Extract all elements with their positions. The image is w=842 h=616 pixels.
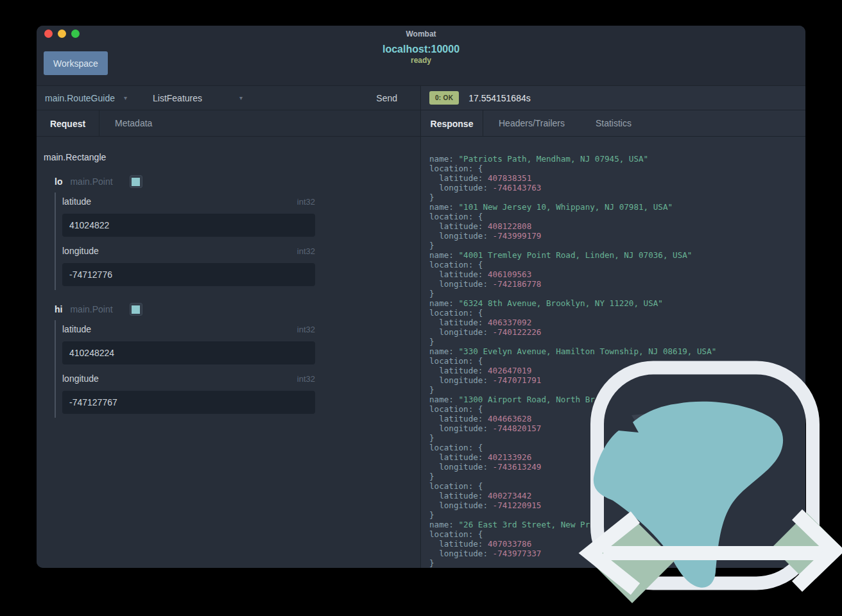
subfield-label-row: latitude int32 bbox=[62, 324, 315, 334]
subfield-label-row: latitude int32 bbox=[62, 196, 315, 207]
send-button[interactable]: Send bbox=[376, 93, 397, 103]
message-type-label: main.Rectangle bbox=[44, 152, 420, 162]
traffic-lights bbox=[44, 30, 80, 38]
subfield-label-row: longitude int32 bbox=[62, 246, 315, 256]
close-window-button[interactable] bbox=[44, 30, 53, 38]
server-status: ready bbox=[37, 56, 805, 65]
field-enabled-checkbox[interactable] bbox=[130, 175, 142, 188]
request-column: main.RouteGuide ▾ ListFeatures ▾ Send Re… bbox=[37, 86, 420, 568]
tab-statistics[interactable]: Statistics bbox=[580, 110, 647, 136]
subfield-name: longitude bbox=[62, 246, 99, 256]
field-group-hi: latitude int32 longitude int32 bbox=[55, 320, 420, 418]
subfield-label-row: longitude int32 bbox=[62, 373, 315, 384]
status-badge: 0: OK bbox=[429, 91, 459, 105]
checkbox-fill bbox=[132, 305, 140, 314]
request-form: main.Rectangle lo main.Point latitude in… bbox=[37, 137, 420, 568]
subfield-type: int32 bbox=[297, 374, 315, 384]
method-selector[interactable]: ListFeatures bbox=[153, 93, 202, 103]
server-info: localhost:10000 ready bbox=[37, 42, 805, 65]
minimize-window-button[interactable] bbox=[58, 30, 66, 38]
field-name: lo bbox=[55, 176, 62, 187]
response-toolbar: 0: OK 17.554151684s bbox=[421, 86, 805, 110]
hi-latitude-input[interactable] bbox=[62, 341, 315, 364]
tab-response[interactable]: Response bbox=[421, 110, 483, 137]
app-window: Wombat Workspace localhost:10000 ready m… bbox=[37, 26, 805, 568]
field-group-lo: latitude int32 longitude int32 bbox=[55, 193, 420, 290]
server-address: localhost:10000 bbox=[37, 42, 805, 56]
subfield-type: int32 bbox=[297, 246, 315, 256]
subfield-type: int32 bbox=[297, 325, 315, 334]
duration-label: 17.554151684s bbox=[468, 93, 531, 103]
request-toolbar: main.RouteGuide ▾ ListFeatures ▾ Send bbox=[37, 86, 420, 110]
field-row-lo: lo main.Point bbox=[55, 175, 420, 188]
hi-longitude-input[interactable] bbox=[62, 391, 315, 414]
field-enabled-checkbox[interactable] bbox=[130, 303, 142, 316]
header-bar: Workspace localhost:10000 ready bbox=[37, 41, 805, 85]
lo-latitude-input[interactable] bbox=[62, 214, 315, 237]
field-row-hi: hi main.Point bbox=[55, 303, 420, 316]
subfield-name: latitude bbox=[62, 324, 91, 334]
chevron-down-icon[interactable]: ▾ bbox=[124, 94, 127, 101]
response-body: name: "Patriots Path, Mendham, NJ 07945,… bbox=[421, 137, 805, 568]
field-type: main.Point bbox=[70, 176, 112, 187]
field-type: main.Point bbox=[70, 304, 112, 314]
request-tabs: Request Metadata bbox=[37, 110, 420, 137]
subfield-name: latitude bbox=[62, 196, 91, 207]
tab-metadata[interactable]: Metadata bbox=[99, 110, 168, 136]
lo-longitude-input[interactable] bbox=[62, 263, 315, 286]
tab-request[interactable]: Request bbox=[37, 110, 99, 137]
chevron-down-icon[interactable]: ▾ bbox=[239, 94, 243, 101]
tab-headers-trailers[interactable]: Headers/Trailers bbox=[483, 110, 580, 136]
service-selector[interactable]: main.RouteGuide bbox=[45, 93, 115, 103]
window-title: Wombat bbox=[37, 26, 805, 42]
zoom-window-button[interactable] bbox=[71, 30, 80, 38]
subfield-name: longitude bbox=[62, 373, 99, 384]
field-name: hi bbox=[55, 304, 62, 314]
response-column: 0: OK 17.554151684s Response Headers/Tra… bbox=[421, 86, 805, 568]
subfield-type: int32 bbox=[297, 197, 315, 207]
checkbox-fill bbox=[132, 178, 140, 186]
title-bar: Wombat bbox=[37, 26, 805, 41]
response-tabs: Response Headers/Trailers Statistics bbox=[421, 110, 805, 137]
